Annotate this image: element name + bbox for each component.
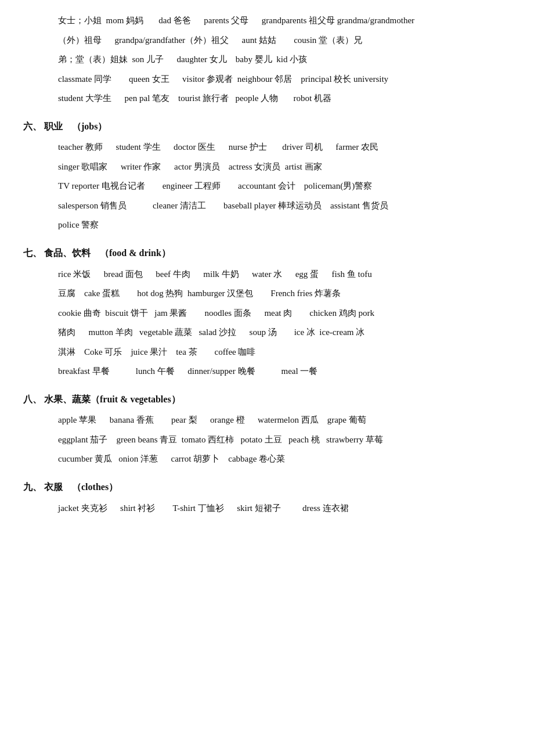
- section-7-number: 七、: [23, 245, 44, 262]
- section-8-title: 水果、蔬菜（fruit & vegetables）: [44, 391, 181, 408]
- line-1: 女士；小姐 mom 妈妈 dad 爸爸 parents 父母 grandpare…: [58, 12, 511, 30]
- s6-line-5: police 警察: [58, 216, 511, 235]
- line-2: （外）祖母 grandpa/grandfather（外）祖父 aunt 姑姑 c…: [58, 31, 511, 50]
- section-7-content: rice 米饭 bread 面包 beef 牛肉 milk 牛奶 water 水…: [23, 265, 511, 381]
- section-6-content: teacher 教师 student 学生 doctor 医生 nurse 护士…: [23, 138, 511, 235]
- section-8-number: 八、: [23, 391, 44, 408]
- section-6-header: 六、 职业 （jobs）: [23, 118, 511, 135]
- section-6-number: 六、: [23, 118, 44, 135]
- s6-line-3: TV reporter 电视台记者 engineer 工程师 accountan…: [58, 177, 511, 196]
- s7-line-2: 豆腐 cake 蛋糕 hot dog 热狗 hamburger 汉堡包 Fren…: [58, 285, 511, 303]
- top-partial-content: 女士；小姐 mom 妈妈 dad 爸爸 parents 父母 grandpare…: [23, 12, 511, 108]
- section-9: 九、 衣服 （clothes） jacket 夹克衫 shirt 衬衫 T-sh…: [23, 479, 511, 517]
- s6-line-4: salesperson 销售员 cleaner 清洁工 baseball pla…: [58, 197, 511, 215]
- s8-line-3: cucumber 黄瓜 onion 洋葱 carrot 胡萝卜 cabbage …: [58, 450, 511, 469]
- section-7-title: 食品、饮料 （food & drink）: [44, 245, 171, 262]
- section-9-header: 九、 衣服 （clothes）: [23, 479, 511, 496]
- section-7: 七、 食品、饮料 （food & drink） rice 米饭 bread 面包…: [23, 245, 511, 381]
- s7-line-5: 淇淋 Coke 可乐 juice 果汁 tea 茶 coffee 咖啡: [58, 343, 511, 362]
- s8-line-2: eggplant 茄子 green beans 青豆 tomato 西红柿 po…: [58, 431, 511, 449]
- section-top-partial: 女士；小姐 mom 妈妈 dad 爸爸 parents 父母 grandpare…: [23, 12, 511, 108]
- page-content: 女士；小姐 mom 妈妈 dad 爸爸 parents 父母 grandpare…: [23, 12, 511, 517]
- s7-line-3: cookie 曲奇 biscuit 饼干 jam 果酱 noodles 面条 m…: [58, 304, 511, 323]
- s8-line-1: apple 苹果 banana 香蕉 pear 梨 orange 橙 water…: [58, 411, 511, 430]
- line-3: 弟；堂（表）姐妹 son 儿子 daughter 女儿 baby 婴儿 kid …: [58, 51, 511, 69]
- section-6-title: 职业 （jobs）: [44, 118, 107, 135]
- s7-line-4: 猪肉 mutton 羊肉 vegetable 蔬菜 salad 沙拉 soup …: [58, 323, 511, 342]
- section-9-content: jacket 夹克衫 shirt 衬衫 T-shirt 丁恤衫 skirt 短裙…: [23, 499, 511, 518]
- s6-line-2: singer 歌唱家 writer 作家 actor 男演员 actress 女…: [58, 158, 511, 177]
- section-8: 八、 水果、蔬菜（fruit & vegetables） apple 苹果 ba…: [23, 391, 511, 469]
- section-9-number: 九、: [23, 479, 44, 496]
- s6-line-1: teacher 教师 student 学生 doctor 医生 nurse 护士…: [58, 138, 511, 157]
- s7-line-1: rice 米饭 bread 面包 beef 牛肉 milk 牛奶 water 水…: [58, 265, 511, 284]
- section-7-header: 七、 食品、饮料 （food & drink）: [23, 245, 511, 262]
- section-6: 六、 职业 （jobs） teacher 教师 student 学生 docto…: [23, 118, 511, 235]
- section-9-title: 衣服 （clothes）: [44, 479, 118, 496]
- section-8-content: apple 苹果 banana 香蕉 pear 梨 orange 橙 water…: [23, 411, 511, 469]
- s9-line-1: jacket 夹克衫 shirt 衬衫 T-shirt 丁恤衫 skirt 短裙…: [58, 499, 511, 518]
- section-8-header: 八、 水果、蔬菜（fruit & vegetables）: [23, 391, 511, 408]
- line-4: classmate 同学 queen 女王 visitor 参观者 neighb…: [58, 70, 511, 89]
- s7-line-6: breakfast 早餐 lunch 午餐 dinner/supper 晚餐 m…: [58, 362, 511, 381]
- line-5: student 大学生 pen pal 笔友 tourist 旅行者 peopl…: [58, 89, 511, 108]
